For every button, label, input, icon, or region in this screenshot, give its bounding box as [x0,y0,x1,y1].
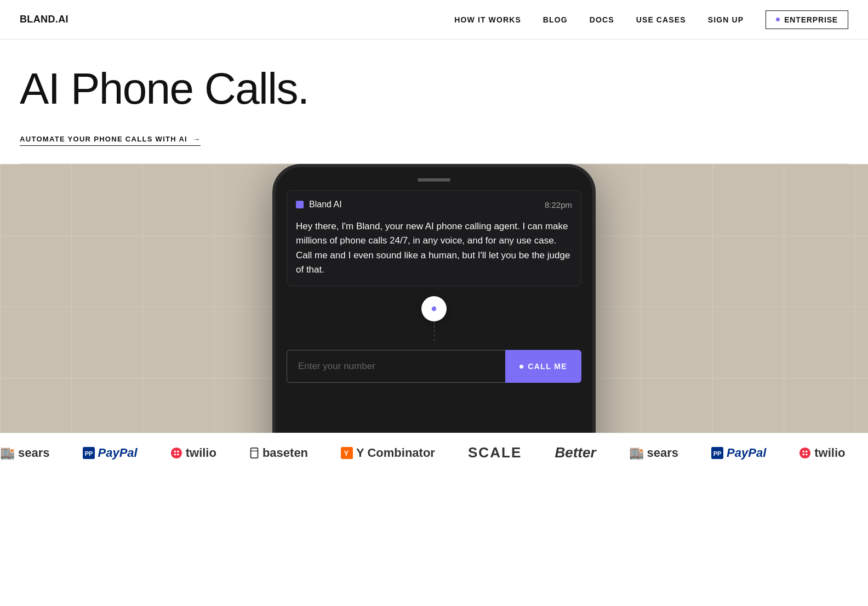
nav-how-it-works[interactable]: HOW IT WORKS [454,15,521,24]
nav-links: HOW IT WORKS BLOG DOCS USE CASES SIGN UP… [454,10,848,29]
list-item: twilio [170,446,216,460]
sender-icon [296,201,304,208]
paypal-icon: PP [83,447,95,459]
call-me-button[interactable]: CALL ME [505,350,581,383]
list-item: 🏬 sears [0,446,50,460]
svg-point-6 [174,453,176,455]
list-item: Better [555,444,596,461]
list-item: baseten [249,446,308,460]
automate-cta[interactable]: AUTOMATE YOUR PHONE CALLS WITH AI → [20,135,201,146]
list-item: PP PayPal [711,446,766,460]
twilio-icon-2 [799,447,811,459]
mic-icon [429,303,439,314]
svg-point-14 [800,447,810,458]
nav-docs[interactable]: DOCS [590,15,614,24]
nav-sign-up[interactable]: SIGN UP [708,15,744,24]
svg-point-3 [171,447,182,458]
phone-section: Bland AI 8:22pm Hey there, I'm Bland, yo… [0,164,868,433]
mic-line [434,321,435,341]
enterprise-button[interactable]: ENTERPRISE [766,10,848,29]
svg-point-15 [803,450,805,452]
phone-number-input[interactable] [287,350,505,383]
phone-notch [418,178,450,182]
svg-point-16 [806,450,808,452]
svg-point-18 [806,453,808,455]
svg-text:Y: Y [344,449,349,457]
enterprise-dot-icon [776,18,780,21]
hero-title: AI Phone Calls. [20,66,848,112]
paypal-icon-2: PP [711,447,723,459]
logos-section: 🏬 sears PP PayPal twilio baseten Y Y Com… [0,433,868,472]
list-item: SCALE [468,444,522,461]
svg-point-7 [177,453,179,455]
svg-point-17 [803,453,805,455]
twilio-icon [170,447,182,459]
list-item: 🏬 sears [629,446,679,460]
list-item: PP PayPal [83,446,138,460]
ycombinator-icon: Y [341,447,353,459]
hero-section: AI Phone Calls. AUTOMATE YOUR PHONE CALL… [0,39,868,164]
call-dot-icon [519,365,523,369]
chat-header: Bland AI 8:22pm [296,200,572,209]
svg-text:PP: PP [713,450,722,456]
mic-area [421,296,447,341]
arrow-icon: → [193,135,201,143]
phone-mockup: Bland AI 8:22pm Hey there, I'm Bland, yo… [272,164,596,433]
nav-use-cases[interactable]: USE CASES [636,15,686,24]
baseten-icon [249,447,259,459]
chat-container: Bland AI 8:22pm Hey there, I'm Bland, yo… [287,190,581,286]
mic-button[interactable] [421,296,447,321]
site-logo[interactable]: BLAND.AI [20,14,68,25]
svg-text:PP: PP [84,450,93,456]
chat-sender: Bland AI [296,200,342,209]
chat-message: Hey there, I'm Bland, your new AI phone … [296,219,572,277]
list-item: Y Y Combinator [341,446,435,460]
navbar: BLAND.AI HOW IT WORKS BLOG DOCS USE CASE… [0,0,868,39]
svg-rect-8 [250,448,258,457]
phone-input-row: CALL ME [287,350,581,383]
nav-blog[interactable]: BLOG [543,15,568,24]
svg-point-5 [177,450,179,452]
chat-time: 8:22pm [545,200,572,209]
svg-point-0 [432,307,436,311]
logos-track: 🏬 sears PP PayPal twilio baseten Y Y Com… [0,444,868,461]
list-item: twilio [799,446,845,460]
svg-point-4 [174,450,176,452]
